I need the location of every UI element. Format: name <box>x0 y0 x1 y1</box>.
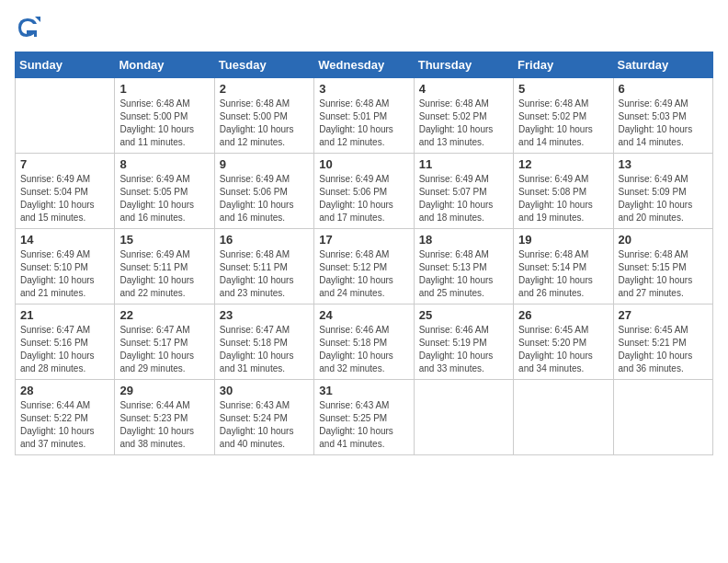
day-info: Sunrise: 6:46 AMSunset: 5:18 PMDaylight:… <box>319 324 408 375</box>
day-number: 17 <box>319 233 408 247</box>
day-info: Sunrise: 6:47 AMSunset: 5:18 PMDaylight:… <box>220 324 309 375</box>
day-info: Sunrise: 6:48 AMSunset: 5:13 PMDaylight:… <box>419 248 508 300</box>
day-info: Sunrise: 6:45 AMSunset: 5:20 PMDaylight:… <box>518 324 608 375</box>
day-info: Sunrise: 6:43 AMSunset: 5:24 PMDaylight:… <box>220 399 309 451</box>
day-number: 13 <box>619 157 708 171</box>
day-number: 9 <box>220 157 309 171</box>
calendar-cell: 23Sunrise: 6:47 AMSunset: 5:18 PMDayligh… <box>214 304 313 380</box>
day-info: Sunrise: 6:48 AMSunset: 5:12 PMDaylight:… <box>319 248 408 300</box>
day-number: 21 <box>20 308 109 322</box>
day-info: Sunrise: 6:49 AMSunset: 5:08 PMDaylight:… <box>518 173 608 224</box>
day-number: 7 <box>20 157 109 171</box>
day-info: Sunrise: 6:48 AMSunset: 5:01 PMDaylight:… <box>319 98 408 149</box>
day-number: 11 <box>419 157 508 171</box>
calendar-cell: 19Sunrise: 6:48 AMSunset: 5:14 PMDayligh… <box>514 229 613 304</box>
day-number: 19 <box>518 233 608 247</box>
day-info: Sunrise: 6:49 AMSunset: 5:11 PMDaylight:… <box>119 248 209 300</box>
day-info: Sunrise: 6:48 AMSunset: 5:14 PMDaylight:… <box>518 248 608 300</box>
day-number: 29 <box>119 384 209 397</box>
calendar-cell: 7Sunrise: 6:49 AMSunset: 5:04 PMDaylight… <box>16 154 115 229</box>
calendar-cell: 29Sunrise: 6:44 AMSunset: 5:23 PMDayligh… <box>115 380 214 455</box>
day-number: 18 <box>419 233 508 247</box>
day-info: Sunrise: 6:44 AMSunset: 5:22 PMDaylight:… <box>20 399 109 451</box>
calendar-cell: 6Sunrise: 6:49 AMSunset: 5:03 PMDaylight… <box>613 78 712 154</box>
day-number: 28 <box>20 384 109 397</box>
calendar-cell: 5Sunrise: 6:48 AMSunset: 5:02 PMDaylight… <box>514 78 613 154</box>
calendar-cell: 28Sunrise: 6:44 AMSunset: 5:22 PMDayligh… <box>16 380 115 455</box>
day-number: 24 <box>319 308 408 322</box>
calendar-cell: 17Sunrise: 6:48 AMSunset: 5:12 PMDayligh… <box>314 229 414 304</box>
day-number: 16 <box>220 233 309 247</box>
calendar-cell: 18Sunrise: 6:48 AMSunset: 5:13 PMDayligh… <box>414 229 513 304</box>
calendar-cell: 10Sunrise: 6:49 AMSunset: 5:06 PMDayligh… <box>314 154 414 229</box>
day-info: Sunrise: 6:47 AMSunset: 5:17 PMDaylight:… <box>119 324 209 375</box>
calendar-cell: 26Sunrise: 6:45 AMSunset: 5:20 PMDayligh… <box>514 304 613 380</box>
day-info: Sunrise: 6:49 AMSunset: 5:06 PMDaylight:… <box>319 173 408 224</box>
day-number: 20 <box>619 233 708 247</box>
calendar-cell: 25Sunrise: 6:46 AMSunset: 5:19 PMDayligh… <box>414 304 513 380</box>
calendar-cell: 27Sunrise: 6:45 AMSunset: 5:21 PMDayligh… <box>613 304 712 380</box>
day-info: Sunrise: 6:48 AMSunset: 5:02 PMDaylight:… <box>419 98 508 149</box>
day-number: 10 <box>319 157 408 171</box>
day-number: 15 <box>119 233 209 247</box>
calendar-week-row: 21Sunrise: 6:47 AMSunset: 5:16 PMDayligh… <box>16 304 713 380</box>
day-info: Sunrise: 6:48 AMSunset: 5:11 PMDaylight:… <box>220 248 309 300</box>
calendar-cell: 16Sunrise: 6:48 AMSunset: 5:11 PMDayligh… <box>214 229 313 304</box>
calendar-cell: 30Sunrise: 6:43 AMSunset: 5:24 PMDayligh… <box>214 380 313 455</box>
calendar-cell <box>613 380 712 455</box>
day-number: 6 <box>619 82 708 96</box>
calendar-cell: 13Sunrise: 6:49 AMSunset: 5:09 PMDayligh… <box>613 154 712 229</box>
calendar-week-row: 14Sunrise: 6:49 AMSunset: 5:10 PMDayligh… <box>16 229 713 304</box>
day-info: Sunrise: 6:48 AMSunset: 5:00 PMDaylight:… <box>220 98 309 149</box>
calendar-cell: 15Sunrise: 6:49 AMSunset: 5:11 PMDayligh… <box>115 229 214 304</box>
calendar-cell <box>514 380 613 455</box>
calendar-cell: 11Sunrise: 6:49 AMSunset: 5:07 PMDayligh… <box>414 154 513 229</box>
day-number: 4 <box>419 82 508 96</box>
calendar-cell: 8Sunrise: 6:49 AMSunset: 5:05 PMDaylight… <box>115 154 214 229</box>
day-info: Sunrise: 6:48 AMSunset: 5:15 PMDaylight:… <box>619 248 708 300</box>
day-info: Sunrise: 6:49 AMSunset: 5:10 PMDaylight:… <box>20 248 109 300</box>
day-info: Sunrise: 6:44 AMSunset: 5:23 PMDaylight:… <box>119 399 209 451</box>
calendar-cell: 4Sunrise: 6:48 AMSunset: 5:02 PMDaylight… <box>414 78 513 154</box>
calendar-cell: 31Sunrise: 6:43 AMSunset: 5:25 PMDayligh… <box>314 380 414 455</box>
day-info: Sunrise: 6:43 AMSunset: 5:25 PMDaylight:… <box>319 399 408 451</box>
weekday-header-row: SundayMondayTuesdayWednesdayThursdayFrid… <box>16 52 713 78</box>
day-number: 5 <box>518 82 608 96</box>
day-number: 2 <box>220 82 309 96</box>
weekday-header-saturday: Saturday <box>613 52 712 78</box>
calendar-cell: 22Sunrise: 6:47 AMSunset: 5:17 PMDayligh… <box>115 304 214 380</box>
svg-marker-1 <box>35 17 40 22</box>
weekday-header-friday: Friday <box>514 52 613 78</box>
calendar-week-row: 7Sunrise: 6:49 AMSunset: 5:04 PMDaylight… <box>16 154 713 229</box>
weekday-header-wednesday: Wednesday <box>314 52 414 78</box>
day-number: 8 <box>119 157 209 171</box>
page-header <box>15 15 713 40</box>
logo-icon <box>15 15 40 40</box>
calendar-cell: 3Sunrise: 6:48 AMSunset: 5:01 PMDaylight… <box>314 78 414 154</box>
calendar-cell: 24Sunrise: 6:46 AMSunset: 5:18 PMDayligh… <box>314 304 414 380</box>
day-info: Sunrise: 6:47 AMSunset: 5:16 PMDaylight:… <box>20 324 109 375</box>
weekday-header-thursday: Thursday <box>414 52 513 78</box>
day-number: 12 <box>518 157 608 171</box>
day-number: 1 <box>119 82 209 96</box>
day-number: 27 <box>619 308 708 322</box>
day-info: Sunrise: 6:48 AMSunset: 5:00 PMDaylight:… <box>119 98 209 149</box>
day-info: Sunrise: 6:49 AMSunset: 5:09 PMDaylight:… <box>619 173 708 224</box>
calendar-cell: 20Sunrise: 6:48 AMSunset: 5:15 PMDayligh… <box>613 229 712 304</box>
day-info: Sunrise: 6:49 AMSunset: 5:05 PMDaylight:… <box>119 173 209 224</box>
day-number: 14 <box>20 233 109 247</box>
day-info: Sunrise: 6:49 AMSunset: 5:04 PMDaylight:… <box>20 173 109 224</box>
calendar-cell: 21Sunrise: 6:47 AMSunset: 5:16 PMDayligh… <box>16 304 115 380</box>
day-number: 3 <box>319 82 408 96</box>
weekday-header-monday: Monday <box>115 52 214 78</box>
calendar-week-row: 1Sunrise: 6:48 AMSunset: 5:00 PMDaylight… <box>16 78 713 154</box>
calendar-cell: 9Sunrise: 6:49 AMSunset: 5:06 PMDaylight… <box>214 154 313 229</box>
calendar-table: SundayMondayTuesdayWednesdayThursdayFrid… <box>15 52 713 455</box>
day-info: Sunrise: 6:46 AMSunset: 5:19 PMDaylight:… <box>419 324 508 375</box>
weekday-header-sunday: Sunday <box>16 52 115 78</box>
day-number: 30 <box>220 384 309 397</box>
weekday-header-tuesday: Tuesday <box>214 52 313 78</box>
calendar-week-row: 28Sunrise: 6:44 AMSunset: 5:22 PMDayligh… <box>16 380 713 455</box>
day-info: Sunrise: 6:49 AMSunset: 5:03 PMDaylight:… <box>619 98 708 149</box>
calendar-cell: 1Sunrise: 6:48 AMSunset: 5:00 PMDaylight… <box>115 78 214 154</box>
